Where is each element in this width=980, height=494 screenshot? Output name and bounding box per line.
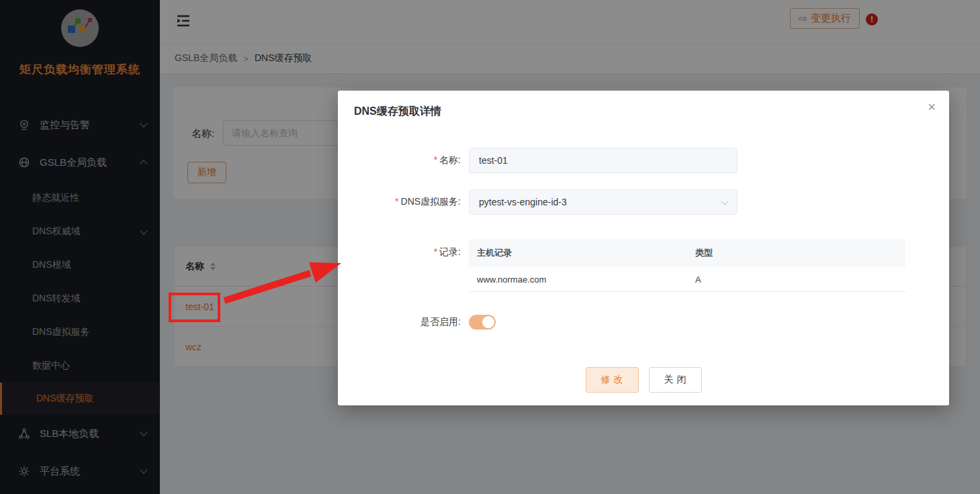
modal-title: DNS缓存预取详情 — [354, 105, 441, 119]
type-header: 类型 — [695, 247, 905, 259]
records-header-row: 主机记录 类型 — [469, 239, 905, 267]
host-record-cell: www.normae.com — [469, 275, 695, 285]
required-mark: * — [434, 154, 437, 165]
modal-buttons: 修改 关闭 — [338, 367, 949, 393]
records-data-row: www.normae.com A — [469, 267, 905, 292]
enabled-field-label: 是否启用: — [338, 316, 461, 328]
name-field-row: *名称: — [338, 148, 949, 173]
chevron-down-icon — [721, 197, 728, 205]
host-record-header: 主机记录 — [469, 247, 695, 259]
name-field[interactable] — [469, 148, 738, 173]
app-root: 矩尺负载均衡管理系统 监控与告警 GSLB全局负载 静态就近性 DNS权 — [0, 0, 980, 494]
close-icon[interactable]: × — [928, 100, 936, 113]
records-field-label: *记录: — [338, 239, 461, 258]
dns-vs-field-label: *DNS虚拟服务: — [338, 196, 461, 208]
modify-button[interactable]: 修改 — [586, 367, 639, 393]
dns-vs-field-row: *DNS虚拟服务: pytest-vs-engine-id-3 — [338, 189, 949, 215]
enabled-field-row: 是否启用: — [338, 315, 949, 330]
dns-vs-select-value: pytest-vs-engine-id-3 — [479, 197, 567, 207]
toggle-knob — [482, 316, 494, 328]
type-cell: A — [695, 275, 905, 285]
required-mark: * — [395, 196, 398, 207]
records-field-row: *记录: 主机记录 类型 www.normae.com A — [338, 239, 949, 292]
dns-cache-prefetch-detail-modal: DNS缓存预取详情 × *名称: *DNS虚拟服务: pytest-vs-eng… — [338, 91, 949, 405]
dns-vs-select[interactable]: pytest-vs-engine-id-3 — [469, 189, 738, 215]
enabled-toggle[interactable] — [469, 315, 496, 330]
required-mark: * — [434, 246, 437, 257]
records-table: 主机记录 类型 www.normae.com A — [469, 239, 905, 292]
name-field-label: *名称: — [338, 154, 461, 166]
modal-close-button[interactable]: 关闭 — [649, 367, 702, 393]
